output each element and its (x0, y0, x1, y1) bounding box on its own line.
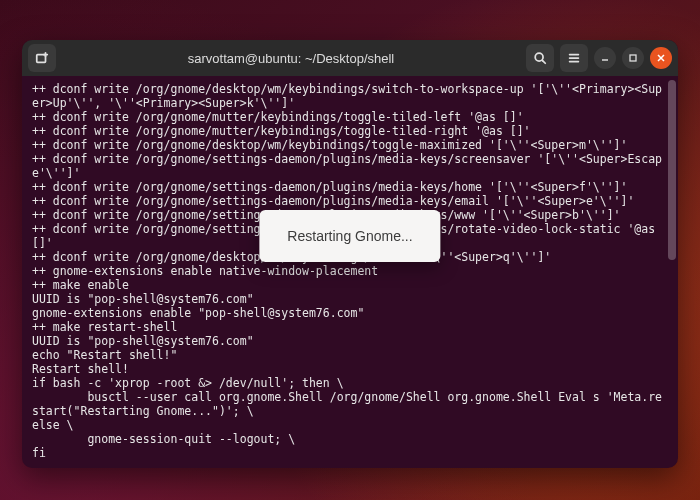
maximize-button[interactable] (622, 47, 644, 69)
svg-rect-0 (37, 55, 46, 63)
terminal-output[interactable]: ++ dconf write /org/gnome/desktop/wm/key… (22, 76, 678, 468)
new-tab-button[interactable] (28, 44, 56, 72)
minimize-button[interactable] (594, 47, 616, 69)
toast-message: Restarting Gnome... (287, 228, 412, 244)
search-button[interactable] (526, 44, 554, 72)
close-icon (656, 53, 666, 63)
scrollbar-thumb[interactable] (668, 80, 676, 260)
minimize-icon (600, 53, 610, 63)
close-button[interactable] (650, 47, 672, 69)
new-tab-icon (35, 51, 49, 65)
menu-button[interactable] (560, 44, 588, 72)
svg-point-1 (535, 53, 543, 61)
svg-rect-2 (630, 55, 636, 61)
search-icon (533, 51, 547, 65)
restart-toast: Restarting Gnome... (259, 210, 440, 262)
titlebar: sarvottam@ubuntu: ~/Desktop/shell (22, 40, 678, 76)
window-title: sarvottam@ubuntu: ~/Desktop/shell (62, 51, 520, 66)
hamburger-icon (567, 51, 581, 65)
maximize-icon (628, 53, 638, 63)
